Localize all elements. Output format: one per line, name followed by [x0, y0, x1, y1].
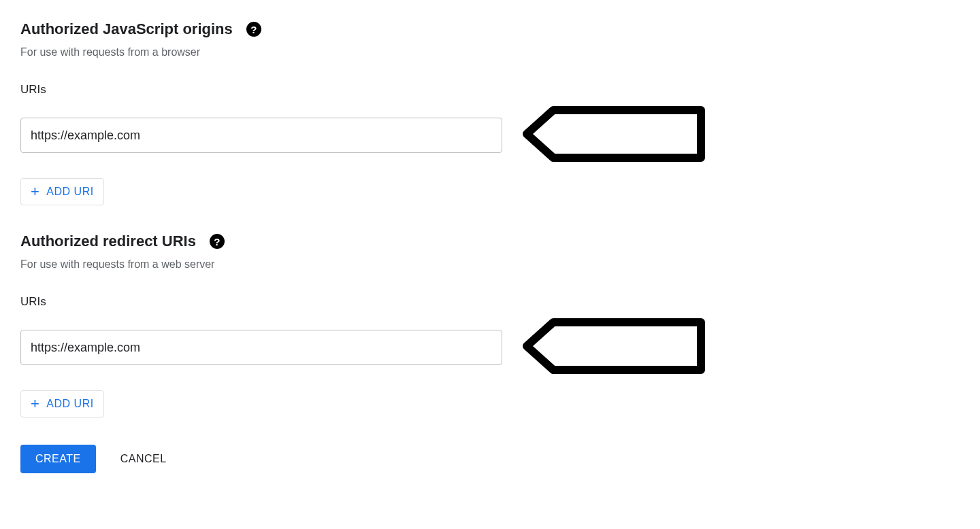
- js-origins-field-label: URIs: [20, 83, 960, 97]
- redirect-uris-title: Authorized redirect URIs: [20, 233, 196, 250]
- plus-icon: +: [31, 184, 39, 199]
- js-origins-uri-input[interactable]: [20, 118, 502, 153]
- plus-icon: +: [31, 396, 39, 411]
- js-origins-title: Authorized JavaScript origins: [20, 20, 233, 38]
- js-origins-section: Authorized JavaScript origins ? For use …: [20, 20, 960, 205]
- js-origins-input-row: [20, 106, 960, 165]
- redirect-uris-header: Authorized redirect URIs ?: [20, 233, 960, 250]
- redirect-uris-uri-input[interactable]: [20, 330, 502, 365]
- cancel-button[interactable]: CANCEL: [120, 445, 167, 473]
- add-uri-label: ADD URI: [46, 186, 93, 198]
- js-origins-subtitle: For use with requests from a browser: [20, 46, 960, 58]
- help-icon[interactable]: ?: [246, 22, 261, 37]
- arrow-left-icon: [523, 318, 706, 377]
- redirect-uris-input-row: [20, 318, 960, 377]
- add-uri-label: ADD URI: [46, 398, 93, 410]
- create-button[interactable]: CREATE: [20, 445, 96, 473]
- help-icon[interactable]: ?: [210, 234, 225, 249]
- arrow-left-icon: [523, 106, 706, 165]
- redirect-uris-subtitle: For use with requests from a web server: [20, 258, 960, 271]
- js-origins-header: Authorized JavaScript origins ?: [20, 20, 960, 38]
- action-button-row: CREATE CANCEL: [20, 445, 960, 473]
- add-uri-button[interactable]: + ADD URI: [20, 390, 104, 417]
- redirect-uris-section: Authorized redirect URIs ? For use with …: [20, 233, 960, 417]
- add-uri-button[interactable]: + ADD URI: [20, 178, 104, 205]
- redirect-uris-field-label: URIs: [20, 295, 960, 309]
